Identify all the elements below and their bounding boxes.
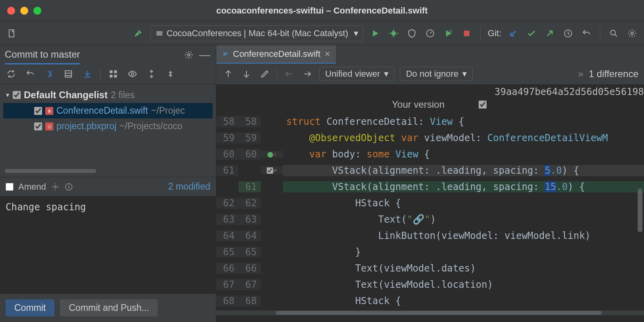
svg-point-7 (611, 30, 615, 35)
chevron-down-icon: ▾ (462, 69, 467, 79)
chevron-down-icon: ▸ (4, 93, 12, 97)
next-diff-icon[interactable] (240, 68, 253, 80)
search-everywhere-icon[interactable] (607, 27, 620, 40)
commit-button[interactable]: Commit (6, 299, 54, 316)
code-line[interactable]: 6868 HStack { (216, 293, 644, 309)
git-rollback-icon[interactable] (580, 27, 593, 40)
code-line[interactable]: 5858struct ConferenceDetail: View { (216, 113, 644, 130)
code-line[interactable]: 6767 Text(viewModel.location) (216, 276, 644, 293)
horizontal-scrollbar[interactable] (216, 310, 644, 315)
your-version-checkbox[interactable] (479, 101, 487, 109)
minimize-panel-icon[interactable]: — (198, 48, 211, 61)
code-line[interactable]: 6565 } (216, 244, 644, 260)
amend-checkbox[interactable] (6, 183, 14, 191)
file-path: ~/Projec (151, 105, 185, 116)
run-configuration-dropdown[interactable]: CocoaConferences | Mac 64-bit (Mac Catal… (150, 25, 363, 41)
nav-back-icon[interactable] (283, 68, 295, 80)
amend-row: Amend 2 modified (0, 177, 216, 196)
debug-icon[interactable] (387, 27, 400, 40)
svg-point-15 (131, 73, 134, 75)
svg-rect-5 (464, 31, 469, 36)
code-line[interactable]: 6666 Text(viewModel.dates) (216, 260, 644, 276)
svg-point-2 (391, 31, 396, 36)
rollback-icon[interactable] (24, 68, 37, 80)
svg-rect-1 (156, 31, 162, 36)
commit-message-area (0, 196, 216, 294)
view-options-icon[interactable] (126, 68, 139, 80)
your-version-label: Your version (392, 99, 445, 110)
revision-hash: 39aa497be64a52d56d05e561989221bed238df8d (216, 85, 644, 97)
git-update-icon[interactable] (507, 27, 520, 40)
run-icon[interactable] (369, 27, 382, 40)
tab-label: ConferenceDetail.swift (233, 49, 320, 59)
changelist-header[interactable]: ▸ Default Changelist 2 files (3, 87, 213, 103)
changelist-name: Default Changelist (24, 89, 108, 101)
commit-panel-title: Commit to master (5, 49, 80, 64)
build-hammer-icon[interactable] (132, 27, 145, 40)
viewer-mode-dropdown[interactable]: Unified viewer ▾ (319, 67, 394, 81)
commit-message-input[interactable] (6, 202, 210, 288)
close-window-button[interactable] (7, 7, 15, 15)
viewer-mode-label: Unified viewer (325, 69, 380, 79)
file-checkbox[interactable] (34, 122, 42, 130)
refresh-icon[interactable] (5, 68, 17, 80)
window-titlebar: cocoaconferences-swiftui – ConferenceDet… (0, 0, 644, 21)
nav-forward-icon[interactable] (301, 68, 314, 80)
commit-and-push-button[interactable]: Commit and Push... (60, 299, 158, 316)
code-line[interactable]: 61 VStack(alignment: .leading, spacing: … (216, 178, 644, 195)
code-line[interactable]: 6464 LinkButton(viewModel: viewModel.lin… (216, 227, 644, 244)
changelist-checkbox[interactable] (13, 91, 21, 99)
file-row[interactable]: ◇ project.pbxproj ~/Projects/coco (3, 118, 213, 134)
edit-icon[interactable] (258, 68, 271, 80)
svg-point-8 (631, 32, 633, 35)
expand-all-icon[interactable] (145, 68, 158, 80)
close-tab-icon[interactable]: ✕ (324, 50, 330, 58)
code-line[interactable]: 6262 HStack { (216, 195, 644, 211)
run-configuration-label: CocoaConferences | Mac 64-bit (Mac Catal… (167, 28, 348, 39)
history-icon[interactable] (64, 182, 73, 191)
git-commit-icon[interactable] (525, 27, 538, 40)
pbxproj-file-icon: ◇ (45, 122, 53, 130)
editor-tab[interactable]: ConferenceDetail.swift ✕ (216, 45, 336, 64)
group-icon[interactable] (107, 68, 120, 80)
git-history-icon[interactable] (562, 27, 574, 40)
ignore-mode-dropdown[interactable]: Do not ignore ▾ (400, 67, 473, 81)
changelist-icon[interactable] (62, 68, 75, 80)
diff-icon[interactable] (43, 68, 56, 80)
prev-diff-icon[interactable] (222, 68, 235, 80)
file-checkbox[interactable] (34, 107, 42, 115)
file-path: ~/Projects/coco (120, 121, 182, 132)
diff-code-view[interactable]: 5858struct ConferenceDetail: View {5959 … (216, 113, 644, 309)
code-line[interactable]: 6060⬤↑ var body: some View { (216, 146, 644, 162)
gear-icon[interactable] (51, 182, 60, 191)
commit-toolbar (0, 64, 216, 84)
vertical-scrollbar[interactable] (638, 188, 642, 232)
attach-icon[interactable] (442, 27, 455, 40)
stop-icon[interactable] (460, 27, 473, 40)
code-line[interactable]: 5959 @ObservedObject var viewModel: Conf… (216, 130, 644, 146)
editor-area: ConferenceDetail.swift ✕ Unified viewer … (216, 45, 644, 322)
swift-file-icon: s (45, 107, 53, 115)
git-label: Git: (488, 28, 501, 39)
shelve-icon[interactable] (81, 68, 94, 80)
svg-rect-11 (110, 70, 113, 73)
file-name: project.pbxproj (56, 121, 116, 132)
git-push-icon[interactable] (543, 27, 556, 40)
modified-count[interactable]: 2 modified (168, 181, 210, 192)
maximize-window-button[interactable] (33, 7, 41, 15)
ignore-mode-label: Do not ignore (406, 69, 458, 79)
settings-icon[interactable] (626, 27, 638, 40)
code-line[interactable]: 6363 Text("🔗") (216, 211, 644, 227)
profiler-icon[interactable] (424, 27, 436, 40)
minimize-window-button[interactable] (20, 7, 28, 15)
gear-icon[interactable] (182, 48, 195, 61)
file-row[interactable]: s ConferenceDetail.swift ~/Projec (3, 103, 213, 118)
coverage-icon[interactable] (405, 27, 418, 40)
chevron-down-icon: ▾ (384, 69, 388, 79)
open-file-icon[interactable] (6, 27, 18, 40)
collapse-all-icon[interactable] (164, 68, 177, 80)
file-name: ConferenceDetail.swift (56, 105, 148, 116)
svg-point-9 (188, 54, 190, 56)
code-line[interactable]: 61 ↶ VStack(alignment: .leading, spacing… (216, 162, 644, 178)
horizontal-scrollbar[interactable] (5, 169, 96, 173)
